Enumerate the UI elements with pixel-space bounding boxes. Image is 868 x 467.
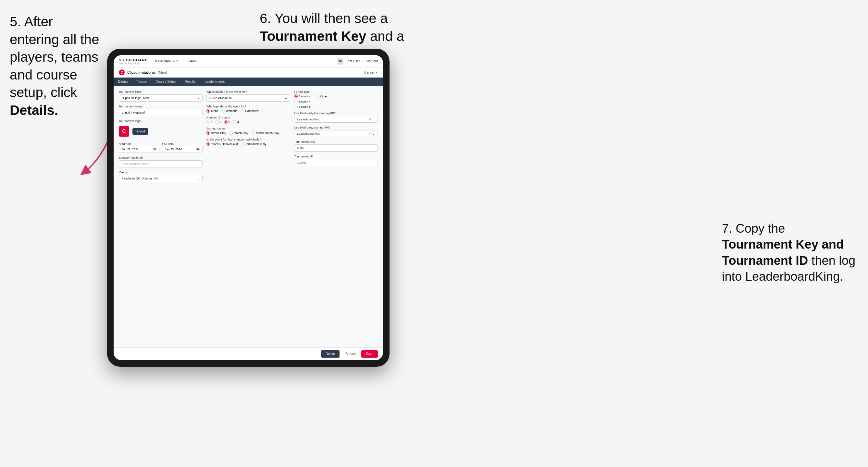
user-name: Test User	[346, 59, 360, 63]
third-party-1-group: Use third-party live scoring API? Leader…	[294, 112, 378, 123]
rounds-1-radio[interactable]	[207, 120, 210, 124]
teams-plus-radio[interactable]	[207, 142, 210, 146]
format-type-label: Format type	[294, 90, 378, 93]
division-input[interactable]: NCAA Division III ⌄	[207, 94, 290, 101]
scoring-stroke[interactable]: Stroke Play	[207, 131, 226, 135]
rounds-4-radio[interactable]	[233, 120, 236, 124]
sponsor-input[interactable]: Enter sponsor name	[119, 160, 203, 167]
format-6count5[interactable]: 6 count 5	[294, 105, 311, 108]
scoring-match-radio[interactable]	[229, 131, 233, 135]
tournament-id-group: Tournament ID 302051	[294, 155, 378, 166]
teams-label: Is this event for Teams and/or Individua…	[207, 138, 290, 141]
gender-label: Which gender is the event for?	[207, 105, 290, 108]
tab-course-setup[interactable]: Course Setup	[151, 77, 180, 86]
rounds-3-radio[interactable]	[224, 120, 227, 124]
format-6count4[interactable]: 6 count 4	[294, 100, 311, 103]
tournament-host-input[interactable]: Clippd College - Men ⌄	[119, 94, 203, 101]
teams-radio-group: Teams (+Individuals) Individuals Only	[207, 142, 290, 146]
tablet-screen: SCOREBOARD Powered by clippd TOURNAMENTS…	[114, 55, 383, 360]
third-party-1-dropdown-icon: ⌄	[372, 118, 375, 121]
tablet: SCOREBOARD Powered by clippd TOURNAMENTS…	[107, 49, 390, 367]
nav-tournaments[interactable]: TOURNAMENTS	[154, 59, 179, 63]
gender-mens-radio[interactable]	[207, 109, 210, 113]
division-group: Which division is the event for? NCAA Di…	[207, 90, 290, 101]
format-options: 5 count 4 6 count 4 6 count 5	[294, 94, 378, 108]
tournament-header: C Clippd Invitational (Men) Cancel ✕	[114, 67, 383, 77]
user-avatar: TU	[337, 58, 343, 65]
cancel-x-button[interactable]: Cancel ✕	[364, 71, 378, 74]
tab-teams[interactable]: Teams	[133, 77, 151, 86]
format-other[interactable]: Other	[316, 94, 328, 98]
third-party-2-dropdown-icon: ⌄	[372, 132, 375, 135]
scoring-medal-radio[interactable]	[252, 131, 255, 135]
format-6count4-radio[interactable]	[294, 100, 298, 103]
start-date-input[interactable]: Jan 21, 2024 📅	[119, 146, 159, 153]
tab-details[interactable]: Details	[114, 77, 133, 86]
tournament-logo-label: Tournament logo	[119, 119, 203, 123]
tournament-key-group: Tournament Key b6fb7	[294, 140, 378, 152]
division-label: Which division is the event for?	[207, 90, 290, 93]
tournament-key-value: b6fb7	[294, 145, 378, 152]
third-party-1-label: Use third-party live scoring API?	[294, 112, 378, 115]
venue-group: Venue Peachtree GC - Atlanta - GA ⌄	[119, 171, 203, 182]
tournament-name-label: Tournament name	[119, 105, 203, 108]
sign-out-separator: |	[363, 59, 364, 63]
delete-button[interactable]: Delete	[321, 350, 340, 357]
tournament-logo-group: Tournament logo C Upload	[119, 119, 203, 139]
rounds-4[interactable]: 4	[233, 120, 239, 124]
format-6count5-radio[interactable]	[294, 105, 298, 108]
date-row: Start date Jan 21, 2024 📅 End date Jan 2…	[119, 143, 203, 153]
third-party-1-clear[interactable]: ✕	[368, 118, 371, 121]
footer-bar: Delete Cancel Save	[114, 347, 383, 360]
rounds-2[interactable]: 2	[215, 120, 221, 124]
scoring-match[interactable]: Match Play	[229, 131, 248, 135]
tournament-id-label: Tournament ID	[294, 155, 378, 158]
dropdown-arrow-venue-icon: ⌄	[197, 177, 199, 180]
tab-leaderboards[interactable]: Leaderboards	[200, 77, 229, 86]
third-party-1-input[interactable]: Leaderboard King ✕ ⌄	[294, 116, 378, 123]
gender-mens[interactable]: Mens	[207, 109, 218, 113]
gender-combined-radio[interactable]	[241, 109, 244, 113]
rounds-label: Number of rounds	[207, 116, 290, 119]
teams-plus-individuals[interactable]: Teams (+Individuals)	[207, 142, 238, 146]
app-header: SCOREBOARD Powered by clippd TOURNAMENTS…	[114, 55, 383, 67]
format-5count4[interactable]: 5 count 4	[294, 94, 311, 98]
third-party-2-input[interactable]: Leaderboard King ✕ ⌄	[294, 130, 378, 137]
header-left: SCOREBOARD Powered by clippd TOURNAMENTS…	[119, 58, 197, 64]
rounds-2-radio[interactable]	[215, 120, 219, 124]
individuals-only[interactable]: Individuals Only	[241, 142, 267, 146]
tab-results[interactable]: Results	[180, 77, 200, 86]
annotation-bottom-right: 7. Copy the Tournament Key and Tournamen…	[722, 221, 858, 285]
save-button[interactable]: Save	[361, 350, 378, 357]
individuals-only-radio[interactable]	[241, 142, 245, 146]
nav-teams[interactable]: TEAMS	[186, 59, 197, 63]
brand: SCOREBOARD Powered by clippd	[119, 58, 148, 64]
gender-womens[interactable]: Womens	[221, 109, 237, 113]
form-col-1: Tournament Host Clippd College - Men ⌄ T…	[119, 90, 203, 343]
rounds-1[interactable]: 1	[207, 120, 213, 124]
venue-label: Venue	[119, 171, 203, 174]
scoring-stroke-radio[interactable]	[207, 131, 210, 135]
sign-out-link[interactable]: Sign out	[366, 59, 378, 63]
rounds-3[interactable]: 3	[224, 120, 230, 124]
tournament-id-value: 302051	[294, 159, 378, 166]
main-content: Tournament Host Clippd College - Men ⌄ T…	[114, 86, 383, 347]
format-5count4-radio[interactable]	[294, 94, 298, 98]
scoring-group: Scoring system Stroke Play Match Play	[207, 127, 290, 135]
gender-combined[interactable]: Combined	[241, 109, 258, 113]
end-date-input[interactable]: Jan 23, 2024 📅	[162, 146, 203, 153]
third-party-2-value: Leaderboard King	[297, 132, 320, 135]
third-party-2-label: Use third-party scoring API?	[294, 126, 378, 129]
cancel-button[interactable]: Cancel	[342, 350, 359, 357]
third-party-2-clear[interactable]: ✕	[368, 132, 371, 135]
tournament-name: Clippd Invitational (Men)	[127, 70, 167, 74]
scoring-medal[interactable]: Medal Match Play	[252, 131, 279, 135]
gender-womens-radio[interactable]	[221, 109, 225, 113]
end-date-label: End date	[162, 143, 203, 146]
brand-name: SCOREBOARD	[119, 58, 148, 62]
format-other-radio[interactable]	[316, 94, 319, 98]
tournament-name-input[interactable]: Clippd Invitational	[119, 109, 203, 116]
upload-button[interactable]: Upload	[132, 128, 148, 135]
venue-input[interactable]: Peachtree GC - Atlanta - GA ⌄	[119, 175, 203, 182]
teams-group: Is this event for Teams and/or Individua…	[207, 138, 290, 146]
